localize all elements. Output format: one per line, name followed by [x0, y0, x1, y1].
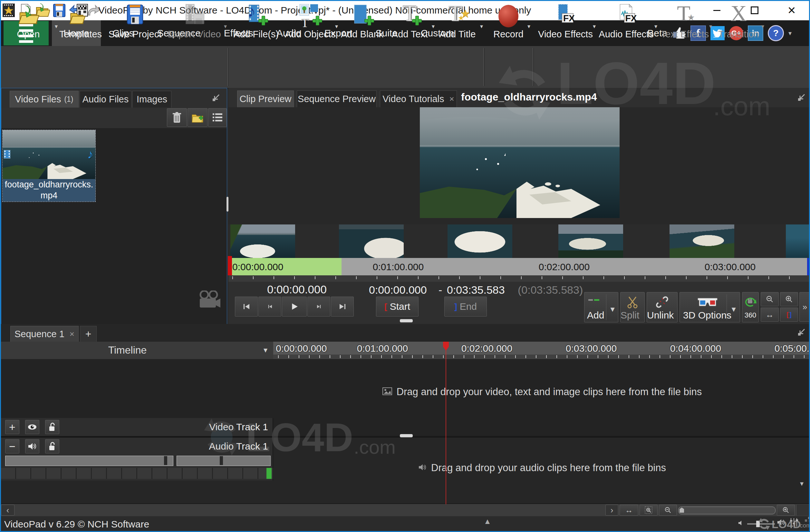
- out-time: 0:03:35.583: [447, 284, 505, 296]
- audio-note-icon: ♪: [87, 148, 94, 160]
- help-icon[interactable]: ?: [768, 25, 784, 41]
- add-objects-button[interactable]: T Add Objects ▾: [283, 2, 337, 41]
- audio-track-lane[interactable]: − Audio Track 1 Drag and drop your audio…: [1, 438, 810, 504]
- clip-in-marker[interactable]: [228, 256, 232, 275]
- add-folder-button[interactable]: [188, 108, 208, 127]
- clip-filmstrip[interactable]: [228, 225, 810, 258]
- tab-video-tutorials[interactable]: Video Tutorials×: [380, 90, 457, 107]
- ribbon-separator: [227, 48, 229, 86]
- pin-icon[interactable]: [797, 93, 807, 102]
- open-button[interactable]: Open ▾: [4, 2, 52, 41]
- close-tab-icon[interactable]: ×: [69, 329, 75, 339]
- tab-audio-files[interactable]: Audio Files: [80, 91, 131, 107]
- 3d-options-button[interactable]: 3D Options ▼: [680, 292, 740, 322]
- fit-width-button[interactable]: ↔: [761, 307, 779, 322]
- play-button[interactable]: [282, 297, 307, 317]
- timeline-zoom-out-button[interactable]: [659, 505, 677, 516]
- 360-video-button[interactable]: 360: [742, 292, 759, 322]
- scroll-left-button[interactable]: ‹: [1, 505, 15, 516]
- record-icon: [497, 3, 520, 27]
- pin-icon[interactable]: [797, 327, 807, 337]
- track-visibility-button[interactable]: [25, 420, 39, 434]
- sequence-ruler-ticks: [273, 354, 810, 359]
- add-title-button[interactable]: T★★ Add Title ▾: [434, 2, 481, 41]
- previous-frame-button[interactable]: [258, 297, 281, 317]
- audio-effects-button[interactable]: FX Audio Effects ▾: [596, 2, 656, 41]
- add-files-button[interactable]: ♪ Add File(s): [230, 2, 282, 41]
- clip-out-marker[interactable]: [807, 258, 810, 275]
- remove-track-button[interactable]: −: [5, 439, 19, 453]
- list-view-button[interactable]: [208, 108, 227, 127]
- split-button: Split: [620, 292, 645, 322]
- add-blank-button[interactable]: Add Blank: [339, 2, 386, 41]
- track-lock-button[interactable]: [45, 420, 59, 434]
- tab-sequence-preview[interactable]: Sequence Preview: [297, 90, 377, 107]
- zoom-to-selection-button[interactable]: [639, 505, 658, 516]
- export-video-button: Export Video ▾: [164, 2, 225, 41]
- close-button[interactable]: ×: [782, 3, 801, 18]
- pin-icon[interactable]: [211, 93, 221, 102]
- zoom-in-button[interactable]: [780, 292, 798, 306]
- sequence-ruler[interactable]: 0:00:00.000 0:01:00.000 0:02:00.000 0:03…: [273, 342, 810, 354]
- track-lock-button[interactable]: [45, 439, 59, 453]
- new-sequence-tab[interactable]: +: [80, 326, 97, 342]
- record-dropdown-icon[interactable]: ▾: [528, 23, 530, 30]
- video-effects-dropdown-icon[interactable]: ▾: [593, 23, 596, 30]
- selection-brackets-button[interactable]: []: [780, 307, 798, 322]
- templates-button[interactable]: Templates: [55, 2, 106, 41]
- volume-slider-thumb[interactable]: [756, 521, 760, 527]
- timeline-header[interactable]: Timeline ▾: [1, 342, 273, 360]
- clip-scrub-bar[interactable]: 0:00:00.000 0:01:00.000 0:02:00.000 0:03…: [228, 258, 810, 275]
- fit-timeline-button[interactable]: ↔: [620, 505, 638, 516]
- volume-slider[interactable]: [5, 456, 173, 466]
- go-to-start-button[interactable]: [235, 297, 258, 317]
- video-effects-icon: FX: [554, 3, 577, 27]
- add-to-sequence-button[interactable]: Add ▼: [584, 292, 618, 322]
- close-tab-icon[interactable]: ×: [450, 94, 454, 104]
- set-end-button[interactable]: ]End: [444, 297, 487, 317]
- playhead-line[interactable]: [446, 342, 446, 504]
- tab-sequence-1[interactable]: Sequence 1×: [10, 326, 79, 342]
- record-button[interactable]: Record ▾: [486, 2, 531, 41]
- pan-slider[interactable]: [177, 456, 271, 466]
- audio-effects-dropdown-icon[interactable]: ▾: [654, 23, 657, 30]
- delete-file-button[interactable]: [167, 108, 187, 127]
- tab-images[interactable]: Images: [132, 91, 172, 107]
- 3d-dropdown-icon[interactable]: ▼: [730, 305, 737, 314]
- filmstrip-frame: [230, 225, 295, 258]
- track-mute-button[interactable]: [25, 439, 39, 453]
- go-to-end-button[interactable]: [331, 297, 354, 317]
- expand-panel-icon[interactable]: ▲: [484, 517, 491, 525]
- track-splitter-handle[interactable]: [400, 434, 413, 437]
- master-volume-slider[interactable]: [747, 523, 775, 525]
- next-frame-button[interactable]: [307, 297, 330, 317]
- horizontal-splitter-handle[interactable]: [400, 319, 413, 322]
- lane-options-icon[interactable]: ▾: [800, 480, 804, 487]
- add-dropdown-icon[interactable]: ▼: [609, 305, 616, 314]
- zoom-slider-thumb[interactable]: [680, 508, 684, 513]
- timeline-zoom-slider[interactable]: [678, 506, 776, 514]
- timeline-dropdown-icon[interactable]: ▾: [263, 346, 268, 354]
- clip-thumbnail[interactable]: ♪ footage_oldharryrocks. mp4: [3, 130, 95, 202]
- set-start-button[interactable]: [Start: [376, 297, 419, 317]
- timeline-zoom-in-button[interactable]: [777, 505, 795, 516]
- scroll-right-button[interactable]: ›: [605, 505, 618, 516]
- tab-clip-preview[interactable]: Clip Preview: [237, 90, 294, 107]
- unlink-button[interactable]: Unlink: [647, 292, 678, 322]
- add-text-button[interactable]: T Add Text ▾: [387, 2, 433, 41]
- add-title-dropdown-icon[interactable]: ▾: [480, 23, 483, 30]
- add-objects-dropdown-icon[interactable]: ▾: [335, 23, 338, 30]
- volume-high-icon[interactable]: [777, 518, 785, 528]
- save-project-button[interactable]: Save Project: [108, 2, 162, 41]
- scissors-icon: [627, 296, 638, 310]
- video-track-lane[interactable]: Drag and drop your video, text and image…: [1, 359, 810, 436]
- clip-thumbnail-image: ♪: [3, 130, 95, 179]
- volume-low-icon[interactable]: [738, 519, 744, 528]
- tab-video-files[interactable]: Video Files (1): [10, 91, 79, 107]
- chevron-down-icon[interactable]: ▾: [789, 30, 792, 36]
- video-effects-button[interactable]: FX Video Effects ▾: [536, 2, 595, 41]
- expand-controls-button[interactable]: »: [799, 292, 810, 322]
- add-track-button[interactable]: +: [5, 420, 19, 434]
- zoom-out-button[interactable]: [761, 292, 779, 306]
- mixer-icon[interactable]: [789, 517, 799, 529]
